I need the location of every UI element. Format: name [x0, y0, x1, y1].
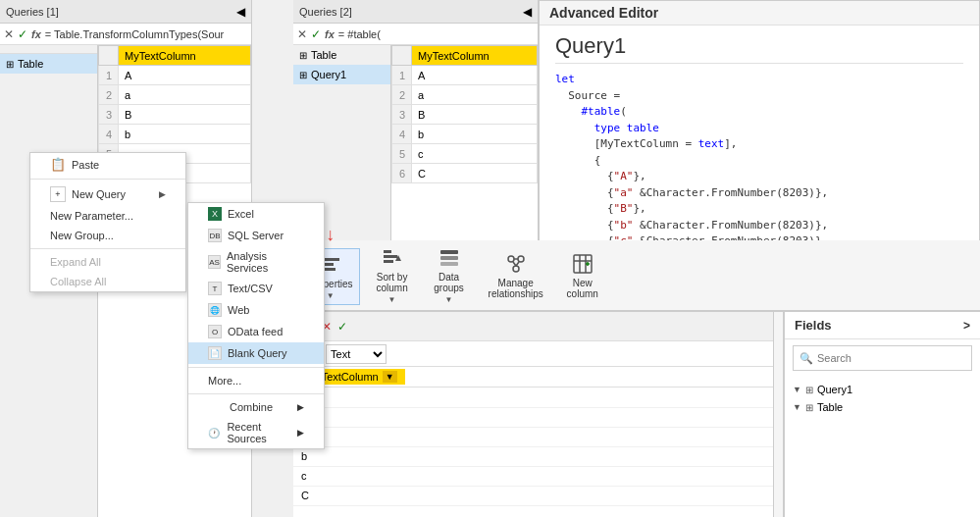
right-query-item-query1[interactable]: ⊞ Query1 [293, 65, 390, 84]
svg-rect-4 [384, 255, 397, 258]
left-column-header[interactable]: MyTextColumn [119, 46, 251, 66]
combine-arrow: ▶ [297, 402, 304, 412]
left-queries-sidebar-header [0, 45, 97, 54]
right-table-icon: ⊞ [299, 50, 307, 61]
advanced-editor-code: let Source = #table( type table [MyTextC… [540, 64, 979, 240]
submenu-arrow-icon: ▶ [159, 189, 166, 199]
menu-separator-1 [30, 179, 185, 180]
sort-arrow: ▼ [388, 295, 396, 304]
web-icon: 🌐 [208, 303, 222, 317]
accept-icon[interactable]: ✓ [337, 320, 347, 334]
submenu-excel[interactable]: X Excel [188, 203, 324, 225]
new-column-icon [571, 252, 594, 276]
menu-paste-label: Paste [72, 159, 99, 171]
fields-group-table[interactable]: ▼ ⊞ Table [785, 398, 980, 416]
data-groups-button[interactable]: Datagroups ▼ [425, 241, 474, 309]
advanced-editor-header: Advanced Editor [540, 1, 979, 26]
fields-expand-icon[interactable]: > [963, 319, 970, 333]
menu-new-query-label: New Query [72, 188, 126, 200]
right-column-header[interactable]: MyTextColumn [412, 46, 538, 66]
menu-item-paste[interactable]: 📋 Paste [30, 153, 185, 176]
right-queries-label: Queries [2] [299, 6, 352, 18]
menu-item-collapse-all: Collapse All [30, 272, 185, 291]
data-groups-label: Datagroups [434, 272, 464, 293]
submenu-sql-server[interactable]: DB SQL Server [188, 225, 324, 246]
submenu-odata[interactable]: O OData feed [188, 321, 324, 342]
left-confirm-icon[interactable]: ✓ [18, 27, 27, 41]
right-formula-bar: ✕ ✓ fx = #table( [293, 24, 538, 45]
submenu-text-csv[interactable]: T Text/CSV [188, 278, 324, 299]
advanced-editor-panel: Advanced Editor Query1 let Source = #tab… [539, 0, 980, 240]
fields-search-bar[interactable]: 🔍 [793, 345, 972, 371]
submenu-web[interactable]: 🌐 Web [188, 299, 324, 321]
svg-point-9 [508, 256, 514, 262]
table-row: 2a [392, 85, 538, 105]
submenu-more[interactable]: More... [188, 371, 324, 390]
expand-all-label: Expand All [50, 256, 101, 268]
table-chevron-icon: ▼ [793, 402, 801, 412]
fields-search-input[interactable] [817, 352, 965, 364]
new-group-label: New Group... [50, 230, 114, 241]
data-groups-icon [438, 246, 461, 270]
right-collapse-icon[interactable]: ◀ [523, 5, 532, 19]
right-confirm-icon[interactable]: ✓ [311, 27, 321, 41]
right-fx-label: fx [325, 28, 335, 40]
submenu-blank-query[interactable]: 📄 Blank Query [188, 342, 324, 364]
fields-group-query1[interactable]: ▼ ⊞ Query1 [785, 381, 980, 398]
right-query-item-table[interactable]: ⊞ Table [293, 45, 390, 65]
menu-item-expand-all: Expand All [30, 252, 185, 272]
submenu-recent-sources[interactable]: 🕐 Recent Sources ▶ [188, 417, 324, 448]
left-query-item-table[interactable]: ⊞ Table [0, 54, 97, 74]
table-row: 6C [392, 164, 538, 183]
submenu-analysis-services[interactable]: AS Analysis Services [188, 246, 324, 278]
properties-arrow: ▼ [327, 291, 335, 300]
right-cancel-icon[interactable]: ✕ [297, 27, 307, 41]
svg-point-11 [513, 266, 519, 272]
list-item: c [293, 466, 773, 486]
right-table-label: Table [311, 49, 336, 61]
menu-item-new-query[interactable]: + New Query ▶ X Excel DB SQL Server AS [30, 182, 185, 206]
fields-panel-header: Fields > [785, 312, 980, 339]
new-query-icon: + [50, 186, 66, 202]
column-editor: 📊 ✕ ✓ 123 Text Number Date [293, 312, 774, 517]
menu-separator-2 [30, 248, 185, 249]
advanced-editor-query-name: Query1 [540, 26, 979, 63]
fields-list: ▼ ⊞ Query1 ▼ ⊞ Table [785, 377, 980, 420]
recent-arrow: ▶ [297, 428, 304, 438]
menu-item-new-group[interactable]: New Group... [30, 226, 185, 245]
sort-by-column-label: Sort bycolumn [376, 272, 407, 293]
sort-by-column-icon [381, 246, 404, 270]
column-dropdown-arrow[interactable]: ▼ [383, 371, 397, 383]
svg-rect-6 [440, 250, 458, 254]
table-table-icon: ⊞ [805, 402, 813, 413]
right-query1-icon: ⊞ [299, 70, 307, 80]
right-panel-content: ⊞ Table ⊞ Query1 [293, 45, 538, 240]
fields-panel: Fields > 🔍 ▼ ⊞ Query1 ▼ [784, 312, 980, 517]
submenu-odata-label: OData feed [228, 326, 283, 337]
down-red-arrow-icon: ↓ [326, 225, 335, 245]
right-top-area: Queries [2] ◀ ✕ ✓ fx = #table( ⊞ Table [293, 0, 980, 240]
new-column-button[interactable]: Newcolumn [558, 247, 607, 304]
menu-item-new-parameter[interactable]: New Parameter... [30, 206, 185, 226]
right-query-editor-panel: Queries [2] ◀ ✕ ✓ fx = #table( ⊞ Table [293, 0, 539, 240]
table-row: 3B [99, 105, 251, 125]
odata-icon: O [208, 325, 222, 338]
manage-relationships-label: Managerelationships [489, 278, 543, 299]
list-item: A [293, 388, 773, 407]
svg-rect-7 [440, 256, 458, 260]
manage-relationships-button[interactable]: Managerelationships [482, 247, 550, 304]
table-row: 2a [99, 85, 251, 105]
left-collapse-icon[interactable]: ◀ [236, 5, 245, 19]
sort-by-column-button[interactable]: Sort bycolumn ▼ [368, 241, 417, 309]
left-table-grid-icon: ⊞ [6, 59, 14, 70]
left-query-editor: Queries [1] ◀ ✕ ✓ fx = Table.TransformCo… [0, 0, 252, 517]
submenu-recent-label: Recent Sources [227, 421, 291, 444]
left-cancel-icon[interactable]: ✕ [4, 27, 14, 41]
query1-table-icon: ⊞ [805, 385, 813, 395]
list-item: B [293, 427, 773, 446]
table-row: 3B [392, 105, 538, 125]
right-data-table: MyTextColumn 1A 2a 3B 4b 5c 6C [391, 45, 538, 240]
column-type-select[interactable]: Text Number Date [326, 344, 387, 364]
submenu-combine[interactable]: Combine ▶ [188, 397, 324, 417]
column-editor-icon-bar: 📊 ✕ ✓ [293, 312, 773, 341]
